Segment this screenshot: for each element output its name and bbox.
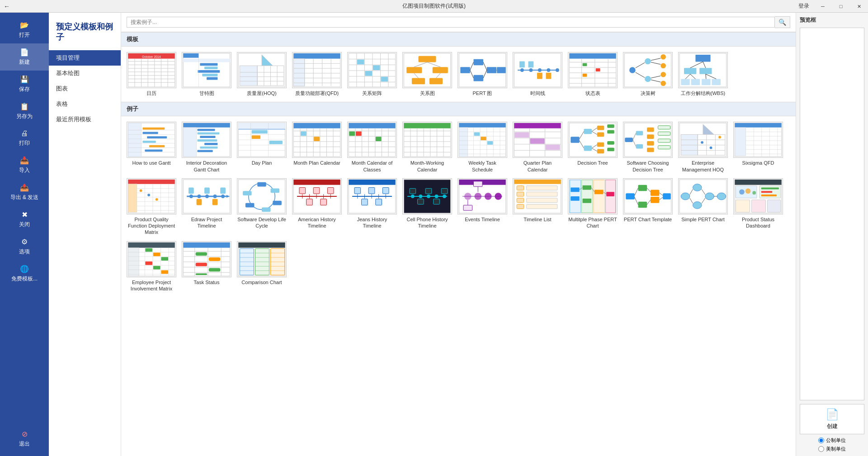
nav-panel: 预定义模板和例子 项目管理 基本绘图 图表 表格 最近所用模板 (49, 13, 121, 456)
example-american-history[interactable]: American History Timeline (292, 178, 342, 236)
svg-rect-93 (537, 73, 542, 79)
example-month-plan-cal[interactable]: Month Plan Calendar (292, 122, 342, 173)
sidebar-item-import[interactable]: 📥 导入 (0, 152, 49, 179)
svg-point-430 (717, 193, 726, 200)
templates-grid: October 2014 (121, 47, 796, 102)
new-icon: 📄 (20, 48, 29, 57)
example-task-status[interactable]: Task Status (182, 241, 231, 292)
example-month-cal-classes[interactable]: Month Calendar of Classes (347, 122, 397, 173)
svg-rect-482 (196, 273, 207, 275)
radio-imperial-input[interactable] (818, 446, 824, 452)
svg-point-287 (710, 147, 712, 149)
sidebar-item-options[interactable]: ⚙ 选项 (0, 233, 49, 260)
example-product-status[interactable]: Product Status Dashboard (733, 178, 783, 236)
svg-rect-188 (349, 123, 395, 128)
example-pert-template[interactable]: PERT Chart Template (623, 178, 673, 236)
sidebar-label-export: 导出 & 发送 (10, 194, 39, 201)
example-weekly-task[interactable]: Weekly Task Schedule (458, 122, 507, 173)
sidebar-item-new[interactable]: 📄 新建 (0, 43, 49, 71)
minimize-button[interactable]: ─ (814, 0, 832, 13)
close-button[interactable]: ✕ (850, 0, 868, 13)
svg-rect-62 (381, 77, 388, 82)
nav-item-basic-drawing[interactable]: 基本绘图 (49, 66, 121, 81)
svg-rect-186 (314, 137, 320, 141)
svg-point-87 (529, 68, 533, 72)
svg-rect-107 (583, 74, 587, 77)
example-decision-tree[interactable]: Decision Tree (568, 122, 618, 173)
nav-item-charts[interactable]: 图表 (49, 81, 121, 96)
sidebar-item-save[interactable]: 💾 保存 (0, 71, 49, 98)
svg-point-370 (435, 195, 439, 198)
example-day-plan[interactable]: Day Plan (237, 122, 287, 173)
create-btn-area: 📄 创建 公制单位 美制单位 (800, 404, 864, 452)
back-icon[interactable]: ← (4, 3, 10, 10)
example-thumb-american-history (292, 178, 342, 214)
example-events-timeline[interactable]: Events Timeline (458, 178, 507, 236)
svg-rect-267 (647, 135, 654, 139)
maximize-button[interactable]: □ (832, 0, 850, 13)
search-button[interactable]: 🔍 (775, 16, 790, 28)
svg-rect-129 (712, 79, 721, 86)
radio-imperial[interactable]: 美制单位 (818, 446, 846, 452)
template-wbs[interactable]: 工作分解结构(WBS) (678, 52, 728, 96)
nav-item-tables[interactable]: 表格 (49, 96, 121, 112)
svg-rect-246 (584, 129, 592, 134)
example-quarter-plan[interactable]: Quarter Plan Calendar (513, 122, 562, 173)
preview-panel: 预览框 📄 创建 公制单位 美制单位 (796, 13, 868, 456)
example-thumb-task-status (182, 241, 231, 277)
sidebar-item-free-templates[interactable]: 🌐 免费模板... (0, 260, 49, 287)
sidebar-item-close[interactable]: ✖ 关闭 (0, 206, 49, 233)
svg-point-427 (693, 184, 702, 191)
svg-rect-248 (597, 126, 604, 130)
create-button[interactable]: 📄 创建 (800, 404, 864, 434)
svg-rect-243 (546, 145, 560, 150)
example-timeline-list[interactable]: Timeline List (513, 178, 562, 236)
template-timeline[interactable]: 时间线 (513, 52, 562, 96)
sidebar-item-export[interactable]: 📤 导出 & 发送 (0, 179, 49, 206)
example-enterprise-hoq[interactable]: Enterprise Management HOQ (678, 122, 728, 173)
template-hoq[interactable]: 质量屋(HOQ) (237, 52, 287, 96)
sidebar-item-saveas[interactable]: 📋 另存为 (0, 98, 49, 125)
svg-rect-271 (658, 132, 670, 136)
example-product-quality[interactable]: Product Quality Function Deployment Matr… (127, 178, 176, 236)
nav-item-project-management[interactable]: 项目管理 (49, 50, 121, 66)
template-decision-tree[interactable]: 决策树 (623, 52, 673, 96)
svg-rect-326 (189, 187, 194, 194)
svg-rect-406 (583, 199, 592, 203)
svg-rect-106 (596, 68, 600, 71)
example-cell-phone-history[interactable]: Cell Phone History Timeline (402, 178, 452, 236)
example-edraw-timeline[interactable]: Edraw Project Timeline (182, 178, 231, 236)
example-interior-gantt[interactable]: Interior Decoration Gantt Chart (182, 122, 231, 173)
sidebar-item-open[interactable]: 📂 打开 (0, 16, 49, 43)
sidebar-item-print[interactable]: 🖨 打印 (0, 125, 49, 152)
template-gantt[interactable]: 甘特图 (182, 52, 231, 96)
svg-rect-481 (209, 268, 220, 271)
example-software-develop[interactable]: Software Develop Life Cycle (237, 178, 287, 236)
example-month-working[interactable]: Month-Working Calendar (402, 122, 452, 173)
template-relation-matrix[interactable]: 关系矩阵 (347, 52, 397, 96)
svg-rect-123 (695, 55, 710, 62)
svg-rect-462 (145, 248, 152, 252)
back-button[interactable]: ← (4, 3, 10, 10)
template-pert[interactable]: PERT 图 (458, 52, 507, 96)
example-jeans-history[interactable]: Jeans History Timeline (347, 178, 397, 236)
search-input[interactable] (127, 17, 775, 28)
login-button[interactable]: 登录 (798, 2, 809, 10)
sidebar-label-save: 保存 (19, 86, 30, 93)
template-relation-diagram[interactable]: 关系图 (402, 52, 452, 96)
example-simple-pert[interactable]: Simple PERT Chart (678, 178, 728, 236)
sidebar-item-exit[interactable]: ⊘ 退出 (0, 425, 49, 452)
example-employee-project[interactable]: Employee Project Involvement Matrix (127, 241, 176, 292)
radio-metric-input[interactable] (818, 437, 824, 443)
radio-metric[interactable]: 公制单位 (818, 437, 846, 444)
example-sixsigma-qfd[interactable]: Sixsigma QFD (733, 122, 783, 173)
example-comparison-chart[interactable]: Comparison Chart (237, 241, 287, 292)
nav-item-recent[interactable]: 最近所用模板 (49, 112, 121, 127)
example-thumb-weekly-task (458, 122, 507, 158)
template-calendar[interactable]: October 2014 (127, 52, 176, 96)
example-software-decision[interactable]: Software Choosing Decision Tree (623, 122, 673, 173)
example-how-to-gantt[interactable]: How to use Gantt (127, 122, 176, 173)
example-multiphase-pert[interactable]: Multitple Phase PERT Chart (568, 178, 618, 236)
template-qfd[interactable]: 质量功能部署(QFD) (292, 52, 342, 96)
template-status-table[interactable]: 状态表 (568, 52, 618, 96)
